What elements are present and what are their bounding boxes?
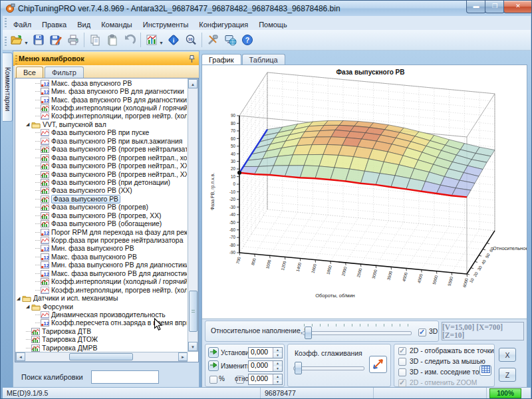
tree-folder[interactable]: ◢Датчики и исп. механизмы bbox=[15, 294, 187, 302]
menu-item[interactable]: Вид bbox=[72, 19, 96, 29]
apply-set-button[interactable] bbox=[208, 347, 219, 358]
fill-slider-thumb[interactable] bbox=[305, 327, 312, 339]
comments-side-tab[interactable]: Комментарии bbox=[3, 53, 13, 122]
spin-down[interactable]: ▼ bbox=[273, 380, 282, 385]
spin-down[interactable]: ▼ bbox=[273, 366, 282, 372]
x-axis-button[interactable]: X bbox=[499, 348, 516, 362]
open-dropdown-arrow[interactable]: ▼ bbox=[24, 41, 29, 45]
tree-item[interactable]: Фаза выпускного РВ при выкл.зажигания bbox=[15, 137, 187, 145]
tree-vscrollbar[interactable]: ▲ ▼ bbox=[188, 78, 198, 352]
tab-table[interactable]: Таблица bbox=[242, 54, 285, 65]
tree-item[interactable]: Фаза выпускного РВ (прогрев нейтрал., хо… bbox=[15, 154, 187, 162]
percent-checkbox[interactable] bbox=[209, 376, 217, 384]
network-button[interactable] bbox=[221, 31, 239, 49]
tree-item[interactable]: 12Мин. фаза выпускного РВ bbox=[15, 245, 187, 253]
tree-item[interactable]: Тарировка ДТОЖ bbox=[15, 336, 187, 344]
tree-item[interactable]: Коэфф.интерполяции, прогрев нейтр. (холо… bbox=[15, 112, 187, 120]
z-axis-button[interactable]: Z bbox=[499, 368, 516, 382]
apply-change-button[interactable] bbox=[208, 360, 219, 371]
tree-item[interactable]: Фаза выпускного РВ (прогрев нейтрал., ХХ… bbox=[15, 170, 187, 178]
tree-item[interactable]: Фаза выпускного РВ (при детонации) bbox=[15, 178, 187, 186]
tree-item[interactable]: Фаза выпускного РВ (обогащение) bbox=[15, 219, 187, 227]
chart-dropdown-arrow[interactable]: ▼ bbox=[159, 41, 164, 45]
scroll-down-button[interactable]: ▼ bbox=[188, 342, 198, 351]
print-button[interactable] bbox=[65, 31, 82, 49]
hscroll-thumb[interactable] bbox=[69, 353, 133, 360]
display-option[interactable]: 2D - отображать все точки bbox=[398, 346, 494, 356]
title-bar[interactable]: ChipTuningPRO ver.7.4.8.969 - Antara32L_… bbox=[1, 1, 532, 16]
option-checkbox[interactable] bbox=[398, 379, 406, 387]
save-as-button[interactable] bbox=[47, 31, 65, 49]
grid-button[interactable] bbox=[479, 365, 491, 376]
tree-item[interactable]: 12Макс. фаза выпускного РВ для диагности… bbox=[15, 269, 187, 277]
menu-item[interactable]: Помощь bbox=[253, 19, 293, 29]
copy-button[interactable] bbox=[86, 31, 104, 49]
tree-item[interactable]: Фаза выпускного РВ (прогрев, ХХ) bbox=[15, 211, 187, 219]
maximize-button[interactable]: ❒ bbox=[485, 1, 505, 13]
tree-item[interactable]: 12Мин. фаза выпускного РВ для диагностик… bbox=[15, 261, 187, 269]
paste-button[interactable] bbox=[104, 31, 121, 49]
tree-item[interactable]: 12Мин. фаза впускного РВ для диагностики bbox=[15, 87, 187, 95]
tree-item[interactable]: Фаза выпускного РВ (прогрев нейтрал., ХХ… bbox=[15, 162, 187, 170]
chart-button[interactable] bbox=[143, 31, 160, 49]
tree-item[interactable]: 12Макс. фаза впускного РВ bbox=[15, 79, 187, 87]
tools-button[interactable] bbox=[204, 31, 221, 49]
save-button[interactable] bbox=[30, 31, 47, 49]
menu-item[interactable]: Правка bbox=[37, 19, 72, 29]
expander-icon[interactable]: ◢ bbox=[26, 122, 31, 127]
spin-up[interactable]: ▲ bbox=[273, 374, 282, 380]
tree-item[interactable]: Фаза выпускного РВ при пуске bbox=[15, 129, 187, 137]
expander-icon[interactable]: ◢ bbox=[26, 304, 31, 309]
tree-item[interactable]: 12Макс. фаза выпускного РВ bbox=[15, 253, 187, 261]
display-option[interactable]: 2D - отменить ZOOM bbox=[398, 378, 494, 388]
option-checkbox[interactable] bbox=[398, 368, 406, 376]
smoothing-slider-thumb[interactable] bbox=[295, 362, 302, 374]
info-button[interactable]: i bbox=[165, 31, 182, 49]
smoothing-slider-track[interactable] bbox=[293, 366, 364, 370]
tab-all[interactable]: Все bbox=[16, 66, 43, 78]
open-button[interactable] bbox=[8, 31, 25, 49]
menu-item[interactable]: Команды bbox=[96, 19, 138, 29]
tree-hscrollbar[interactable]: ◄ ► bbox=[15, 352, 188, 362]
scale-button[interactable] bbox=[369, 356, 387, 373]
option-checkbox[interactable] bbox=[398, 347, 406, 355]
3d-checkbox[interactable] bbox=[418, 329, 426, 336]
tree-item[interactable]: 12Порог RPM для перехода на фазу для реж… bbox=[15, 228, 187, 236]
tab-filter[interactable]: Фильтр bbox=[45, 66, 84, 78]
tree-item[interactable]: Фаза выпускного РВ (ХХ) bbox=[15, 187, 187, 195]
menu-item[interactable]: Инструменты bbox=[138, 19, 194, 29]
scroll-left-button[interactable]: ◄ bbox=[16, 352, 25, 361]
tree-item[interactable]: Фаза выпускного РВ (прогрев нейтрализато… bbox=[15, 146, 187, 154]
spin-up[interactable]: ▲ bbox=[273, 348, 282, 353]
scroll-up-button[interactable]: ▲ bbox=[188, 79, 198, 88]
help-button[interactable]: ? bbox=[239, 31, 256, 49]
pin-icon[interactable] bbox=[188, 55, 196, 63]
tree-item[interactable]: Коэфф.интерполяции (холодный / горячий ) bbox=[15, 278, 187, 286]
change-value-spinner[interactable]: 0,000▲▼ bbox=[248, 360, 283, 372]
tree-item[interactable]: Коэфф.интерполяции, прогрев нейтр. (холо… bbox=[15, 286, 187, 294]
zoom-10-button[interactable]: 10 bbox=[182, 31, 200, 49]
menu-item[interactable]: Конфигурация bbox=[194, 19, 253, 29]
fill-slider-track[interactable] bbox=[303, 331, 412, 335]
option-checkbox[interactable] bbox=[398, 358, 406, 366]
menu-item[interactable]: Файл bbox=[8, 19, 37, 29]
tree-folder[interactable]: ◢VVT, выпускной вал bbox=[15, 120, 187, 128]
tree-item[interactable]: Фаза выпускного РВ bbox=[15, 195, 187, 203]
minimize-button[interactable]: ▬ bbox=[466, 1, 486, 13]
expander-icon[interactable]: ◢ bbox=[17, 296, 22, 301]
search-input[interactable] bbox=[91, 370, 159, 384]
spin-down[interactable]: ▼ bbox=[273, 353, 282, 358]
tree-item[interactable]: Коэфф.интерполяции (холодный / горячий ) bbox=[15, 104, 187, 112]
undo-button[interactable] bbox=[121, 31, 138, 49]
tree-item[interactable]: Фаза выпускного РВ (прогрев) bbox=[15, 203, 187, 211]
relative-value-spinner[interactable]: 0,000▲▼ bbox=[248, 374, 283, 385]
set-value-spinner[interactable]: 0,000▲▼ bbox=[248, 347, 283, 358]
close-button[interactable]: ✕ bbox=[503, 1, 532, 13]
tree-item[interactable]: Корр.фаза при прогреве нейтрализатора bbox=[15, 236, 187, 244]
scroll-right-button[interactable]: ► bbox=[178, 352, 188, 361]
chart-area[interactable]: -90-80-70-60-50-40-30-20-100102030405060… bbox=[202, 65, 527, 319]
vscroll-thumb[interactable] bbox=[189, 291, 198, 332]
tree-item[interactable]: Тарировка ДМРВ bbox=[15, 344, 187, 352]
tree-item[interactable]: 12Макс. фаза впускного РВ для диагностик… bbox=[15, 96, 187, 104]
tree-folder[interactable]: ◢Форсунки bbox=[15, 303, 187, 311]
